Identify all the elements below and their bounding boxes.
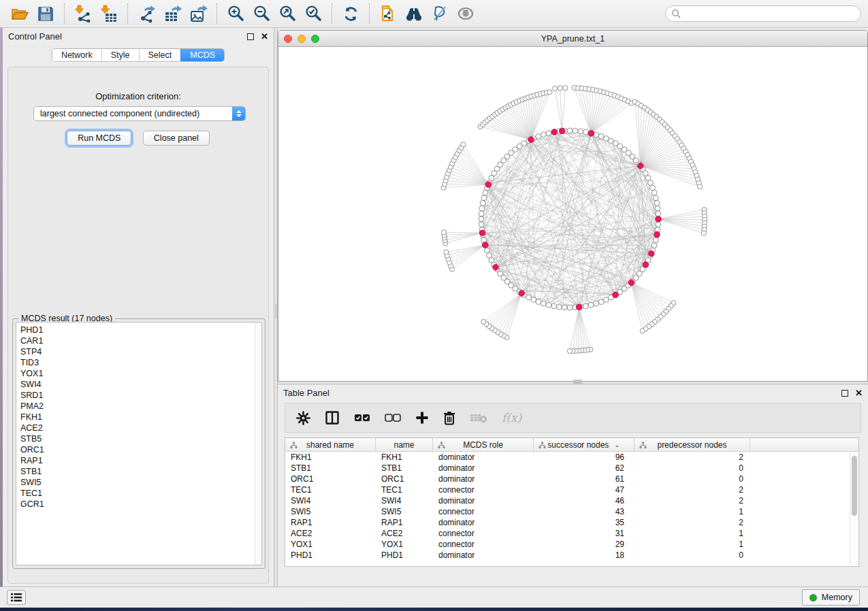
column-header-name[interactable]: name [376,438,433,451]
table-panel-header: Table Panel ✕ [278,384,868,401]
mcds-result-node[interactable]: PMA2 [20,401,257,412]
export-table-button[interactable] [161,3,183,24]
close-panel-icon[interactable]: ✕ [855,390,863,397]
table-panel: Table Panel ✕ [278,384,868,584]
run-mcds-button[interactable]: Run MCDS [67,131,131,146]
refresh-icon [342,5,360,23]
tab-network[interactable]: Network [52,49,101,61]
control-panel-header: Control Panel ✕ [3,28,274,45]
control-panel-title: Control Panel [8,31,62,42]
mcds-result-node[interactable]: YOX1 [20,368,257,379]
node-table-frame: shared name name MCDS role successor nod… [285,437,859,567]
import-network-button[interactable] [72,3,94,24]
network-canvas[interactable] [278,47,867,381]
table-row[interactable]: STB1 STB1 dominator 62 0 [285,463,858,474]
mcds-result-node[interactable]: TEC1 [20,488,257,499]
show-column-button[interactable] [325,410,340,425]
search-network-button[interactable] [403,3,425,24]
tasks-button[interactable] [7,590,26,605]
export-image-button[interactable] [187,3,209,24]
tab-style[interactable]: Style [101,49,139,61]
table-row[interactable]: RAP1 RAP1 dominator 35 2 [285,517,858,528]
mcds-result-list[interactable]: PHD1CAR1STP4TID3YOX1SWI4SRD1PMA2FKH1ACE2… [16,322,262,565]
mcds-result-node[interactable]: ORC1 [20,444,257,455]
close-panel-icon[interactable]: ✕ [261,33,268,40]
function-builder-button[interactable]: f(x) [502,411,521,425]
tab-select[interactable]: Select [139,49,181,61]
mcds-result-node[interactable]: GCR1 [20,499,257,510]
mcds-list-scrollbar[interactable] [255,323,261,565]
table-row[interactable]: SWI5 SWI5 connector 43 1 [285,506,858,517]
zoom-in-button[interactable] [225,3,246,24]
network-graph[interactable] [278,47,867,381]
import-table-button[interactable] [98,3,120,24]
mcds-result-node[interactable]: TID3 [20,357,257,368]
table-row[interactable]: FKH1 FKH1 dominator 96 2 [285,452,858,463]
export-network-button[interactable] [135,3,157,24]
splitter-handle[interactable] [275,303,277,318]
table-row[interactable]: PHD1 PHD1 dominator 18 0 [285,550,858,561]
mcds-result-node[interactable]: SWI4 [20,379,257,390]
search-field[interactable] [665,5,861,22]
float-panel-icon[interactable] [247,33,254,40]
main-toolbar [0,0,868,28]
network-window-titlebar[interactable]: YPA_prune.txt_1 [278,31,867,47]
show-hide-panels-button[interactable] [455,3,477,24]
select-all-button[interactable] [354,413,370,423]
zoom-selected-button[interactable] [302,3,324,24]
delete-table-button[interactable] [470,412,487,423]
mcds-result-node[interactable]: FKH1 [20,412,257,423]
table-row[interactable]: ORC1 ORC1 dominator 61 0 [285,474,858,484]
mcds-result-node[interactable]: CAR1 [20,335,257,346]
column-header-predecessor-nodes[interactable]: predecessor nodes [634,438,750,451]
plus-icon [415,411,429,425]
float-panel-icon[interactable] [841,390,848,397]
mcds-result-node[interactable]: ACE2 [20,423,257,433]
zoom-fit-button[interactable] [276,3,298,24]
add-entry-button[interactable] [415,411,429,425]
tab-mcds[interactable]: MCDS [180,49,224,61]
optimization-criterion-select[interactable]: largest connected component (undirected) [33,106,246,121]
save-icon [37,5,54,22]
open-session-button[interactable] [9,3,31,24]
mcds-result-node[interactable]: STB1 [20,466,257,477]
trash-icon [443,411,455,425]
network-view-window: YPA_prune.txt_1 [278,30,868,382]
unselect-all-button[interactable] [385,413,401,423]
zoom-out-button[interactable] [251,3,272,24]
delete-entry-button[interactable] [443,411,455,425]
search-input[interactable] [684,9,855,18]
mcds-result-group: MCDS result (17 nodes) PHD1CAR1STP4TID3Y… [12,318,266,569]
mcds-result-node[interactable]: STB5 [20,433,257,444]
table-row[interactable]: YOX1 YOX1 connector 29 1 [285,539,858,550]
gear-icon [296,411,310,425]
memory-button[interactable]: Memory [802,589,860,606]
toggle-graphics-details-button[interactable] [429,3,451,24]
open-folder-icon [10,4,29,23]
mcds-result-node[interactable]: STP4 [20,346,257,357]
save-session-button[interactable] [35,3,57,24]
table-panel-title: Table Panel [283,388,329,398]
zoom-in-icon [226,4,245,23]
column-header-shared-name[interactable]: shared name [285,438,376,451]
table-row[interactable]: SWI4 SWI4 dominator 46 2 [285,495,858,506]
column-header-successor-nodes[interactable]: successor nodes ⌄ [534,438,634,451]
node-table-body: FKH1 FKH1 dominator 96 2 STB1 STB1 domin… [285,452,858,561]
table-row[interactable]: ACE2 ACE2 connector 31 1 [285,528,858,539]
sort-descending-icon[interactable]: ⌄ [614,441,620,448]
control-panel-tabs: Network Style Select MCDS [3,48,274,62]
table-scrollbar[interactable] [850,452,858,565]
mcds-result-node[interactable]: SRD1 [20,390,257,401]
clone-network-button[interactable] [377,3,399,24]
close-panel-button[interactable]: Close panel [143,131,210,146]
mcds-result-node[interactable]: RAP1 [20,455,257,466]
mcds-result-node[interactable]: SWI5 [20,477,257,488]
control-panel: Control Panel ✕ Network Style Select MCD… [3,28,274,587]
table-settings-button[interactable] [296,411,310,425]
column-header-mcds-role[interactable]: MCDS role [433,438,534,451]
table-scrollbar-thumb[interactable] [852,456,857,516]
refresh-view-button[interactable] [340,3,361,24]
task-list-icon [11,593,22,602]
mcds-result-node[interactable]: PHD1 [20,325,257,335]
table-row[interactable]: TEC1 TEC1 connector 47 2 [285,484,858,495]
